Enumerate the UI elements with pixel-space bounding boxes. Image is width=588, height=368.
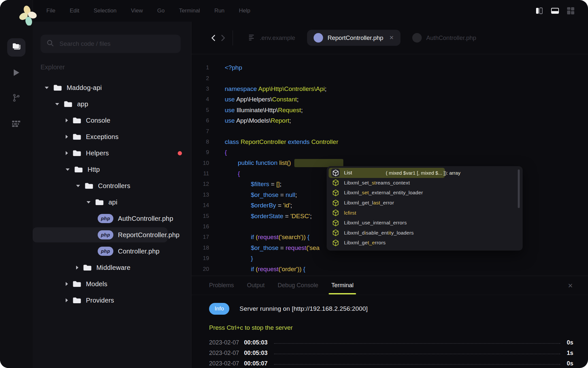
code-line[interactable]: 7	[191, 126, 588, 136]
suggestion-item[interactable]: Libxml_disable_entity_loaders	[329, 228, 521, 238]
suggestion-item[interactable]: Libxml_get_last_error	[329, 198, 521, 208]
code-line[interactable]: 1<?php	[191, 62, 588, 73]
line-number: 18	[191, 245, 218, 251]
code-line[interactable]: 3namespace App\Http\Controllers\Api;	[191, 84, 588, 94]
line-number: 20	[191, 266, 218, 272]
tree-row-api[interactable]: api	[33, 194, 191, 210]
caret-down-icon[interactable]	[55, 103, 59, 105]
panel-tab-problems[interactable]: Problems	[209, 282, 234, 289]
code-line[interactable]: 5use Illuminate\Http\Request;	[191, 105, 588, 115]
code-line[interactable]: 2	[191, 73, 588, 83]
back-arrow[interactable]	[208, 33, 218, 43]
caret-right-icon[interactable]	[76, 266, 78, 270]
cube-icon	[331, 168, 340, 177]
search-box[interactable]	[41, 35, 181, 53]
code-line[interactable]: 19}	[191, 253, 588, 264]
code-line[interactable]: 9{	[191, 147, 588, 158]
activity-run-button[interactable]	[7, 64, 25, 82]
caret-right-icon[interactable]	[66, 151, 68, 155]
code-text: $orderBy = 'id';	[244, 202, 292, 209]
tree-row-console[interactable]: Console	[33, 112, 191, 129]
log-duration: 1s	[567, 350, 573, 357]
menu-item-selection[interactable]: Selection	[94, 8, 117, 14]
activity-git-button[interactable]	[7, 89, 25, 108]
cube-icon	[331, 219, 340, 227]
menu-item-view[interactable]: View	[131, 8, 143, 14]
caret-down-icon[interactable]	[87, 201, 90, 203]
tree-row-authcontroller-php[interactable]: phpAuthController.php	[33, 210, 191, 227]
code-line[interactable]: 8class ReportController extends Controll…	[191, 137, 588, 147]
code-line[interactable]: 20if (request('order')) {	[191, 264, 588, 274]
tree-row-exceptions[interactable]: Exceptions	[33, 129, 191, 145]
tree-row-helpers[interactable]: Helpers	[33, 145, 191, 161]
app-window: FileEditSelectionViewGoTerminalRunHelp	[0, 0, 588, 368]
panel-tab-debug-console[interactable]: Debug Console	[278, 282, 318, 289]
popup-scrollbar[interactable]	[518, 169, 520, 208]
cube-icon	[331, 179, 340, 187]
tree-item-label: ReportController.php	[118, 231, 180, 239]
log-leader-line	[274, 343, 560, 344]
tree-item-label: Maddog-api	[67, 84, 102, 92]
caret-right-icon[interactable]	[66, 135, 68, 139]
suggestion-item[interactable]: Libxml_set_streams_context	[329, 178, 521, 188]
caret-down-icon[interactable]	[45, 87, 49, 89]
run-icon	[12, 68, 20, 78]
tab-env[interactable]: .env.example	[241, 31, 302, 45]
menu-item-help[interactable]: Help	[239, 8, 250, 14]
explorer-heading: Explorer	[41, 63, 65, 71]
tree-row-maddog-api[interactable]: Maddog-api	[33, 79, 191, 96]
line-number: 16	[191, 223, 218, 230]
code-line[interactable]: 4use App\Helpers\Constant;	[191, 94, 588, 105]
tree-row-controllers[interactable]: Controllers	[33, 178, 191, 194]
suggestion-list: List( mixed $var1 [, mixed $... ]): arra…	[329, 168, 521, 248]
search-input[interactable]	[59, 40, 175, 48]
tree-row-providers[interactable]: Providers	[33, 292, 191, 308]
panel-bottom-icon[interactable]	[551, 7, 559, 15]
menu-item-edit[interactable]: Edit	[70, 8, 79, 14]
activity-files-button[interactable]	[7, 38, 25, 57]
tree-item-label: Providers	[86, 297, 114, 304]
apps-grid-icon[interactable]	[566, 7, 575, 15]
tree-row-app[interactable]: app	[33, 96, 191, 112]
code-line[interactable]: 6use App\Models\Report;	[191, 115, 588, 126]
panel-tab-terminal[interactable]: Terminal	[331, 282, 353, 289]
folder-icon	[74, 166, 83, 173]
log-time: 00:05:07	[244, 360, 268, 367]
suggestion-label: Libxml_set_streams_context	[344, 180, 410, 186]
panel-tab-output[interactable]: Output	[247, 282, 265, 289]
tree-row-middleware[interactable]: Middleware	[33, 259, 191, 276]
caret-right-icon[interactable]	[66, 282, 68, 286]
menu-item-go[interactable]: Go	[157, 8, 165, 14]
suggestion-item[interactable]: List( mixed $var1 [, mixed $... ]): arra…	[329, 168, 445, 178]
tab-auth[interactable]: AuthController.php	[406, 30, 483, 46]
suggestion-item[interactable]: Libxml_use_internal_errors	[329, 218, 521, 228]
activity-grid-button[interactable]	[7, 115, 25, 133]
cube-icon	[331, 209, 340, 217]
caret-right-icon[interactable]	[66, 298, 68, 302]
code-text: $filters = [];	[244, 181, 281, 188]
line-number: 8	[191, 139, 218, 145]
tab-close-icon[interactable]: ✕	[389, 34, 394, 41]
menu-item-terminal[interactable]: Terminal	[179, 8, 200, 14]
suggestion-item[interactable]: Libxml_set_external_entity_loader	[329, 188, 521, 198]
suggestion-item[interactable]: Libxml_get_errors	[329, 238, 521, 248]
editor-tabs: .env.exampleReportController.php✕AuthCon…	[241, 30, 483, 46]
tree-row-controller-php[interactable]: phpController.php	[33, 243, 191, 259]
caret-down-icon[interactable]	[76, 185, 80, 187]
log-row: 2023-02-0700:05:030s	[209, 337, 573, 348]
caret-right-icon[interactable]	[66, 118, 68, 122]
tree-row-models[interactable]: Models	[33, 276, 191, 292]
tab-report[interactable]: ReportController.php✕	[307, 30, 400, 46]
tree-row-reportcontroller-php[interactable]: phpReportController.php	[33, 227, 191, 243]
forward-arrow[interactable]	[218, 33, 228, 43]
menu-item-run[interactable]: Run	[214, 8, 224, 14]
tree-row-http[interactable]: Http	[33, 161, 191, 178]
suggestion-item[interactable]: lcfirst	[329, 208, 521, 218]
split-view-icon[interactable]	[535, 7, 544, 15]
caret-down-icon[interactable]	[66, 168, 70, 171]
menu-item-file[interactable]: File	[46, 8, 55, 14]
log-row: 2023-02-0700:05:031s	[209, 348, 573, 358]
panel-close-icon[interactable]: ✕	[568, 282, 573, 289]
folder-icon	[64, 100, 73, 108]
suggestion-label: List	[344, 170, 371, 176]
